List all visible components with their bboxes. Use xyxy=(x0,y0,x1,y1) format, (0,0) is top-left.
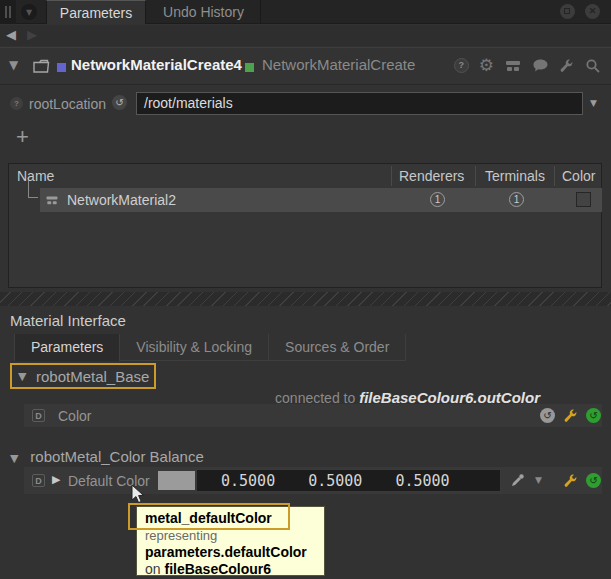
wrench-button[interactable] xyxy=(563,408,579,424)
networkmaterial-icon xyxy=(45,194,59,206)
tree-branch xyxy=(28,181,38,198)
subtab-visibility-locking[interactable]: Visibility & Locking xyxy=(120,334,269,361)
enabled-toggle[interactable]: ↺ xyxy=(586,408,601,423)
tab-label: Undo History xyxy=(163,4,244,20)
enabled-toggle[interactable]: ↺ xyxy=(586,473,601,488)
color-values-field[interactable]: 0.5000 0.5000 0.5000 xyxy=(196,469,501,492)
revert-icon: ↺ xyxy=(115,97,123,108)
wrench-icon[interactable] xyxy=(559,58,575,74)
revert-icon: ↺ xyxy=(543,410,551,421)
node-collapse-toggle[interactable]: ▼ xyxy=(9,59,18,71)
eyedropper-button[interactable] xyxy=(510,472,526,488)
search-icon[interactable] xyxy=(585,58,601,74)
group-collapse-icon[interactable]: ▼ xyxy=(10,452,18,465)
triangle-down-icon: ▼ xyxy=(9,58,18,72)
color-checkbox[interactable] xyxy=(576,192,591,207)
nav-back-button[interactable]: ◀ xyxy=(6,28,16,41)
wrench-button[interactable] xyxy=(563,473,579,489)
tooltip-node-name: fileBaseColour6 xyxy=(164,561,271,577)
node-header-toolbar: ? ⚙ xyxy=(454,57,601,74)
value-g[interactable]: 0.5000 xyxy=(308,472,362,490)
subtab-label: Parameters xyxy=(31,339,103,355)
color-param-row[interactable]: D Color ↺ ↺ xyxy=(24,404,602,427)
pane-splitter[interactable] xyxy=(0,292,611,306)
renderers-count-badge: 1 xyxy=(430,192,445,207)
rootlocation-dropdown[interactable]: ▼ xyxy=(590,99,597,108)
rootlocation-value: /root/materials xyxy=(144,95,233,111)
subtab-label: Sources & Order xyxy=(285,339,389,355)
group-name: robotMetal_Base xyxy=(36,368,149,385)
gear-icon: ⚙ xyxy=(479,55,494,75)
default-state-badge: D xyxy=(32,409,45,422)
settings-button[interactable]: ⚙ xyxy=(479,57,494,74)
value-r[interactable]: 0.5000 xyxy=(221,472,275,490)
add-material-button[interactable]: + xyxy=(16,124,29,150)
help-icon: ? xyxy=(459,60,465,70)
subtab-label: Visibility & Locking xyxy=(136,339,252,355)
material-interface-tabs: Parameters Visibility & Locking Sources … xyxy=(14,334,406,361)
col-terminals[interactable]: Terminals xyxy=(485,168,545,184)
pane-menu-icon: ▼ xyxy=(26,8,32,17)
rootlocation-input[interactable]: /root/materials xyxy=(136,92,583,115)
nodegraph-icon[interactable] xyxy=(504,58,522,73)
table-header: Name Renderers Terminals Color xyxy=(9,164,601,188)
subtab-sources-order[interactable]: Sources & Order xyxy=(269,334,406,361)
help-button[interactable]: ? xyxy=(454,58,469,73)
value-b[interactable]: 0.5000 xyxy=(395,472,449,490)
folder-icon xyxy=(32,58,50,74)
triangle-right-icon: ▶ xyxy=(52,473,60,486)
node-name: NetworkMaterialCreate4 xyxy=(71,56,242,73)
node-type: NetworkMaterialCreate xyxy=(262,56,415,73)
chevron-down-icon: ▼ xyxy=(535,475,542,485)
col-color[interactable]: Color xyxy=(562,168,595,184)
default-state-badge: D xyxy=(32,474,45,487)
close-icon: ✕ xyxy=(589,6,597,16)
maximize-icon xyxy=(564,8,570,14)
terminals-count-badge: 1 xyxy=(509,192,524,207)
material-name: NetworkMaterial2 xyxy=(67,192,176,208)
tooltip-node-line: on fileBaseColour6 xyxy=(145,561,316,578)
group-name: robotMetal_Color Balance xyxy=(30,448,203,465)
question-icon: ? xyxy=(14,99,19,108)
revert-button[interactable]: ↺ xyxy=(540,408,555,423)
pane-drag-handle[interactable] xyxy=(0,0,16,24)
node-state-chip-green xyxy=(245,63,254,72)
float-pane-button[interactable] xyxy=(560,4,575,19)
tooltip-title-highlight xyxy=(128,503,290,530)
revert-icon: ↺ xyxy=(589,410,597,421)
tab-label: Parameters xyxy=(60,5,132,21)
chevron-down-icon: ▼ xyxy=(590,98,597,108)
subtab-parameters[interactable]: Parameters xyxy=(14,334,120,361)
rootlocation-label: rootLocation xyxy=(29,96,106,112)
back-icon: ◀ xyxy=(6,27,16,42)
color-swatch[interactable] xyxy=(158,471,195,490)
group-collapse-icon[interactable]: ▼ xyxy=(18,371,26,382)
tooltip-on-prefix: on xyxy=(145,561,161,577)
color-param-label: Color xyxy=(58,408,91,424)
param-state-badge[interactable]: ↺ xyxy=(112,95,127,110)
table-row[interactable]: NetworkMaterial2 1 1 xyxy=(40,188,602,212)
col-renderers[interactable]: Renderers xyxy=(399,168,464,184)
swatch-dropdown[interactable]: ▼ xyxy=(535,476,542,485)
node-color-chip-blue xyxy=(57,63,66,72)
nav-forward-button[interactable]: ▶ xyxy=(27,28,37,41)
tab-undo-history[interactable]: Undo History xyxy=(147,0,261,24)
default-color-param-row[interactable]: D ▶ Default Color 0.5000 0.5000 0.5000 ▼… xyxy=(24,467,602,494)
group-header-robotmetal-base[interactable]: ▼ robotMetal_Base xyxy=(10,363,156,389)
pane-menu-button[interactable]: ▼ xyxy=(21,4,37,20)
forward-icon: ▶ xyxy=(27,27,37,42)
mouse-cursor xyxy=(131,484,146,505)
close-pane-button[interactable]: ✕ xyxy=(585,4,600,19)
param-help-icon: ? xyxy=(10,97,23,110)
material-interface-title: Material Interface xyxy=(10,312,126,329)
node-header: ▼ NetworkMaterialCreate4 NetworkMaterial… xyxy=(0,47,611,85)
history-nav-row: ◀ ▶ xyxy=(0,25,611,46)
revert-icon: ↺ xyxy=(589,475,597,486)
plus-icon: + xyxy=(16,124,29,149)
materials-table: Name Renderers Terminals Color NetworkMa… xyxy=(8,163,602,288)
tab-parameters[interactable]: Parameters xyxy=(46,0,146,24)
tooltip-param-path: parameters.defaultColor xyxy=(145,544,316,561)
row-expander[interactable]: ▶ xyxy=(52,474,60,485)
window-tab-bar: ▼ Parameters Undo History ✕ xyxy=(0,0,611,24)
comment-icon[interactable] xyxy=(532,58,549,73)
